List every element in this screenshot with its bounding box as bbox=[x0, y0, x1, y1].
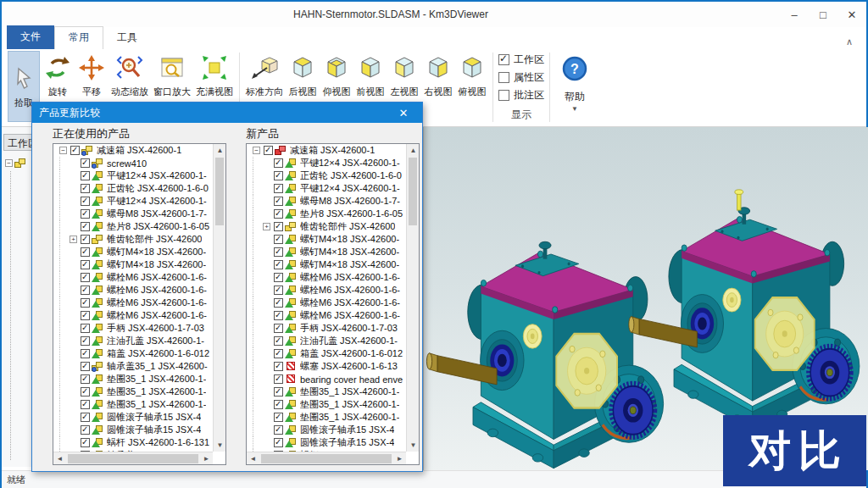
3d-model-left[interactable] bbox=[426, 241, 663, 468]
tree-item[interactable]: 注油孔盖 JSX-42600-1- bbox=[53, 335, 213, 347]
checkbox[interactable] bbox=[81, 171, 90, 180]
right-view-button[interactable]: 右视图 bbox=[422, 51, 454, 100]
tree-item[interactable]: 螺栓M6 JSX-42600-1-6- bbox=[247, 309, 406, 322]
checkbox[interactable] bbox=[274, 247, 283, 257]
bottom-view-button[interactable]: 仰视图 bbox=[320, 51, 353, 100]
checkbox[interactable] bbox=[70, 146, 80, 155]
checkbox[interactable] bbox=[81, 273, 90, 282]
tree-item[interactable]: 垫片8 JSX-42600-1-6-05 bbox=[247, 208, 406, 220]
checkbox[interactable] bbox=[81, 311, 90, 320]
properties-checkbox-row[interactable]: 属性区 bbox=[498, 69, 544, 86]
checkbox[interactable] bbox=[81, 349, 90, 358]
scroll-up-icon[interactable]: ▲ bbox=[407, 144, 420, 157]
vertical-scrollbar[interactable]: ▲ ▼ bbox=[406, 144, 419, 452]
checkbox[interactable] bbox=[264, 146, 273, 155]
minimize-button[interactable]: – bbox=[780, 3, 809, 26]
checkbox[interactable] bbox=[274, 286, 283, 295]
tree-item[interactable]: 螺钉M4×18 JSX-42600- bbox=[247, 233, 406, 246]
tree-item[interactable]: 螺栓M6 JSX-42600-1-6- bbox=[247, 271, 406, 284]
checkbox[interactable] bbox=[81, 362, 90, 371]
tree-item[interactable]: 垫片8 JSX-42600-1-6-05 bbox=[53, 220, 213, 233]
tree-item[interactable]: 注油孔盖 JSX-42600-1- bbox=[247, 335, 406, 347]
vertical-scrollbar[interactable]: ▲ ▼ bbox=[213, 144, 225, 452]
tree-item[interactable]: 螺栓M6 JSX-42600-1-6- bbox=[53, 297, 213, 309]
tree-item[interactable]: 蜗杆 JSX-42600-1-6-131 bbox=[53, 436, 213, 449]
fit-view-button[interactable]: 充满视图 bbox=[194, 51, 235, 100]
scroll-down-icon[interactable]: ▼ bbox=[407, 439, 420, 452]
annotation-checkbox[interactable] bbox=[498, 90, 509, 101]
scroll-left-icon[interactable]: ◄ bbox=[53, 452, 66, 465]
tree-item[interactable]: bearing cover head enve bbox=[247, 373, 406, 385]
checkbox[interactable] bbox=[81, 298, 90, 308]
checkbox[interactable] bbox=[81, 400, 90, 409]
tree-item[interactable]: 螺母M8 JSX-42600-1-7- bbox=[247, 195, 406, 208]
tree-item[interactable]: 螺塞 JSX-42600-1-6-13 bbox=[247, 360, 406, 373]
back-view-button[interactable]: 后视图 bbox=[287, 51, 319, 100]
tree-item[interactable]: 手柄 JSX-42600-1-7-03 bbox=[53, 322, 213, 335]
checkbox[interactable] bbox=[274, 209, 283, 219]
checkbox[interactable] bbox=[274, 362, 283, 371]
tree-item[interactable]: 圆锥滚子轴承15 JSX-4 bbox=[53, 411, 213, 424]
workspace-checkbox[interactable] bbox=[498, 54, 509, 65]
expander-icon[interactable]: − bbox=[253, 147, 260, 154]
top-view-button[interactable]: 俯视图 bbox=[456, 51, 488, 100]
close-button[interactable]: ✕ bbox=[837, 3, 866, 26]
tree-item[interactable]: 螺栓M6 JSX-42600-1-6- bbox=[53, 284, 213, 297]
expander-icon[interactable]: − bbox=[5, 159, 13, 167]
tree-item[interactable]: 垫圈35_1 JSX-42600-1- bbox=[247, 411, 406, 424]
checkbox[interactable] bbox=[81, 425, 90, 435]
tree-item[interactable]: 垫圈35_1 JSX-42600-1- bbox=[53, 385, 213, 398]
checkbox[interactable] bbox=[81, 438, 90, 447]
tree-item[interactable]: 螺栓M6 JSX-42600-1-6- bbox=[247, 284, 406, 297]
tab-file[interactable]: 文件 bbox=[7, 25, 54, 49]
tab-tools[interactable]: 工具 bbox=[103, 27, 151, 49]
tree-item[interactable]: 垫圈35_1 JSX-42600-1- bbox=[247, 398, 406, 411]
new-product-tree[interactable]: −减速箱 JSX-42600-1平键12×4 JSX-42600-1-正齿轮 J… bbox=[246, 143, 420, 465]
checkbox[interactable] bbox=[81, 247, 90, 257]
dialog-close-icon[interactable]: ✕ bbox=[392, 107, 415, 119]
tree-item[interactable]: screw410 bbox=[53, 157, 213, 169]
ribbon-collapse-icon[interactable]: ∧ bbox=[841, 35, 858, 49]
workspace-checkbox-row[interactable]: 工作区 bbox=[498, 51, 544, 69]
expander-icon[interactable]: − bbox=[59, 147, 67, 154]
checkbox[interactable] bbox=[81, 324, 90, 333]
checkbox[interactable] bbox=[274, 171, 283, 180]
tree-item[interactable]: 轴承盖35_1 JSX-42600- bbox=[53, 360, 213, 373]
scrollbar-thumb[interactable] bbox=[409, 158, 417, 225]
tree-item[interactable]: 正齿轮 JSX-42600-1-6-0 bbox=[53, 182, 213, 195]
scroll-up-icon[interactable]: ▲ bbox=[214, 144, 226, 157]
left-view-button[interactable]: 左视图 bbox=[388, 51, 420, 100]
scrollbar-thumb[interactable] bbox=[215, 158, 224, 225]
checkbox[interactable] bbox=[274, 387, 283, 396]
horizontal-scrollbar[interactable]: ◄ ► bbox=[247, 452, 406, 464]
checkbox[interactable] bbox=[274, 184, 283, 193]
tree-item[interactable]: 手柄 JSX-42600-1-7-03 bbox=[247, 322, 406, 335]
tree-item[interactable]: 垫圈35_1 JSX-42600-1- bbox=[53, 373, 213, 385]
dynamic-zoom-button[interactable]: 动态缩放 bbox=[109, 51, 150, 100]
checkbox[interactable] bbox=[274, 425, 283, 435]
dialog-title-bar[interactable]: 产品更新比较 ✕ bbox=[32, 103, 422, 123]
tree-item[interactable]: 垫圈35_1 JSX-42600-1- bbox=[53, 398, 213, 411]
scroll-down-icon[interactable]: ▼ bbox=[214, 439, 226, 452]
checkbox[interactable] bbox=[81, 413, 90, 422]
tree-item[interactable]: 螺钉M4×18 JSX-42600- bbox=[247, 246, 406, 258]
checkbox[interactable] bbox=[274, 349, 283, 358]
checkbox[interactable] bbox=[81, 336, 90, 346]
checkbox[interactable] bbox=[274, 374, 283, 384]
tree-item[interactable]: 圆锥滚子轴承15 JSX-4 bbox=[247, 424, 406, 436]
checkbox[interactable] bbox=[81, 260, 90, 269]
tree-item[interactable]: 螺栓M6 JSX-42600-1-6- bbox=[247, 297, 406, 309]
checkbox[interactable] bbox=[81, 197, 90, 206]
tree-item[interactable]: 螺钉M4×18 JSX-42600- bbox=[53, 246, 213, 258]
checkbox[interactable] bbox=[274, 298, 283, 308]
checkbox[interactable] bbox=[81, 387, 90, 396]
scrollbar-thumb[interactable] bbox=[68, 454, 198, 463]
tree-item[interactable]: 螺母M8 JSX-42600-1-7- bbox=[53, 208, 213, 220]
checkbox[interactable] bbox=[81, 184, 90, 193]
checkbox[interactable] bbox=[274, 413, 283, 422]
tree-item[interactable]: 正齿轮 JSX-42600-1-6-0 bbox=[247, 169, 406, 182]
workspace-tree-root[interactable]: − bbox=[5, 158, 30, 169]
checkbox[interactable] bbox=[274, 324, 283, 333]
pan-button[interactable]: 平移 bbox=[75, 51, 108, 100]
checkbox[interactable] bbox=[81, 235, 90, 244]
